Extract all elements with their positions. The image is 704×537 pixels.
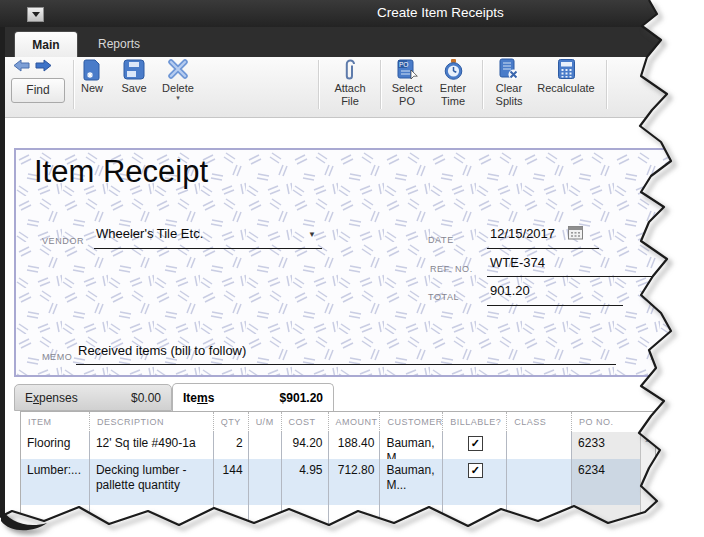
toolbar-separator [606,60,608,109]
vendor-value[interactable]: Wheeler's Tile Etc. [96,226,203,241]
items-tab-amount: $901.20 [280,391,323,405]
total-value[interactable]: 901.20 [490,283,530,298]
scroll-up-arrow-icon[interactable]: ▲ [641,432,655,446]
window-title: Create Item Receipts [377,5,504,20]
date-value[interactable]: 12/15/2017 [490,226,555,241]
total-underline [487,305,623,306]
calendar-icon[interactable] [568,225,584,240]
col-header-billable[interactable]: BILLABLE? [442,412,506,432]
svg-text:PO: PO [399,61,408,68]
col-header-description[interactable]: DESCRIPTION [89,412,213,432]
create-item-receipts-window: Create Item Receipts Main Reports Find N… [0,0,704,537]
table-scrollbar[interactable]: ▲ [640,432,655,529]
clear-splits-button[interactable]: Clear Splits [486,58,532,114]
toolbar-separator [318,60,320,109]
total-label: TOTAL [428,292,459,302]
description-cell: 12' Sq tile #490-1a [89,432,213,459]
back-arrow-icon[interactable] [13,59,30,72]
window-menu-icon[interactable] [27,7,44,22]
expenses-tab-label: Expenses [25,391,78,405]
item-receipt-form: Item Receipt VENDOR Wheeler's Tile Etc. … [14,148,688,377]
form-title: Item Receipt [34,154,208,190]
ribbon-tabstrip: Main Reports [0,27,704,57]
forward-arrow-icon[interactable] [35,59,52,72]
toolbar: Find New Save Delete ▾ [0,57,704,118]
class-cell [506,459,571,505]
vendor-label: VENDOR [42,236,84,246]
billable-checkbox[interactable]: ✓ [468,436,483,451]
col-header-customer[interactable]: CUSTOMER... [379,412,442,432]
date-underline [487,248,599,249]
um-cell [248,432,281,459]
col-header-um[interactable]: U/M [248,412,281,432]
toolbar-separator [380,60,382,109]
items-table-header: ITEM DESCRIPTION QTY U/M COST AMOUNT CUS… [21,412,641,432]
um-cell [248,459,281,505]
po-cell: 6233 [571,432,641,459]
customer-cell: Bauman, M... [379,459,442,505]
item-cell: Lumber:... [21,459,89,505]
save-button[interactable]: Save [114,58,154,114]
clear-splits-icon [498,58,520,82]
description-cell: Decking lumber - pallette quantity [89,459,213,505]
table-row-empty[interactable] [21,505,641,529]
amount-cell: 712.80 [328,459,380,505]
table-row[interactable]: Flooring 12' Sq tile #490-1a 2 94.20 188… [21,432,641,459]
customer-cell: Bauman, M... [379,432,442,459]
attach-file-button[interactable]: Attach File [324,58,376,114]
item-cell: Flooring [21,432,89,459]
select-po-button[interactable]: PO Select PO [384,58,430,114]
billable-cell: ✓ [442,432,506,459]
table-row[interactable]: Lumber:... Decking lumber - pallette qua… [21,459,641,505]
vendor-underline [94,248,322,249]
date-label: DATE [428,235,454,245]
tab-reports[interactable]: Reports [80,31,158,57]
tab-main[interactable]: Main [14,31,78,58]
new-icon [82,58,102,82]
class-cell [506,432,571,459]
delete-icon [167,58,189,82]
delete-dropdown-caret-icon[interactable]: ▾ [176,95,180,101]
col-header-amount[interactable]: AMOUNT [328,412,380,432]
window-titlebar: Create Item Receipts [0,0,704,27]
memo-label: MEMO [42,352,72,362]
select-po-icon: PO [396,58,419,82]
cost-cell: 4.95 [281,459,328,505]
col-header-po[interactable]: PO NO. [571,412,641,432]
col-header-class[interactable]: CLASS [506,412,571,432]
col-header-cost[interactable]: COST [281,412,328,432]
vendor-dropdown-arrow-icon[interactable]: ▼ [308,230,316,239]
tab-items[interactable]: Items $901.20 [172,383,334,412]
col-header-qty[interactable]: QTY [213,412,248,432]
expenses-tab-amount: $0.00 [131,391,161,405]
window-menu-triangle-icon [32,12,40,17]
qty-cell: 144 [213,459,248,505]
transaction-type-row: BILL CREDIT BILL RECEIVED [0,118,704,148]
billable-checkbox[interactable]: ✓ [468,463,483,478]
tab-expenses[interactable]: Expenses $0.00 [14,384,172,411]
items-table: ITEM DESCRIPTION QTY U/M COST AMOUNT CUS… [20,411,656,529]
memo-underline [76,364,616,365]
ref-no-label: REF. NO. [430,264,473,274]
new-button[interactable]: New [72,58,112,114]
window-left-edge [0,27,5,517]
paperclip-icon [343,58,357,82]
delete-button[interactable]: Delete ▾ [156,58,200,114]
find-group: Find [11,59,65,103]
memo-value[interactable]: Received items (bill to follow) [78,343,246,358]
qty-cell: 2 [213,432,248,459]
items-tab-label: Items [183,391,214,405]
ref-no-value[interactable]: WTE-374 [490,255,545,270]
recalculate-button[interactable]: Recalculate [532,58,600,114]
find-button[interactable]: Find [11,78,65,103]
enter-time-button[interactable]: Enter Time [430,58,476,114]
amount-cell: 188.40 [328,432,380,459]
cost-cell: 94.20 [281,432,328,459]
col-header-item[interactable]: ITEM [21,412,89,432]
billable-cell: ✓ [442,459,506,505]
toolbar-separator [482,60,484,109]
enter-time-icon [443,58,464,82]
po-cell: 6234 [571,459,641,505]
save-icon [123,58,145,82]
recalculate-icon [557,58,576,82]
